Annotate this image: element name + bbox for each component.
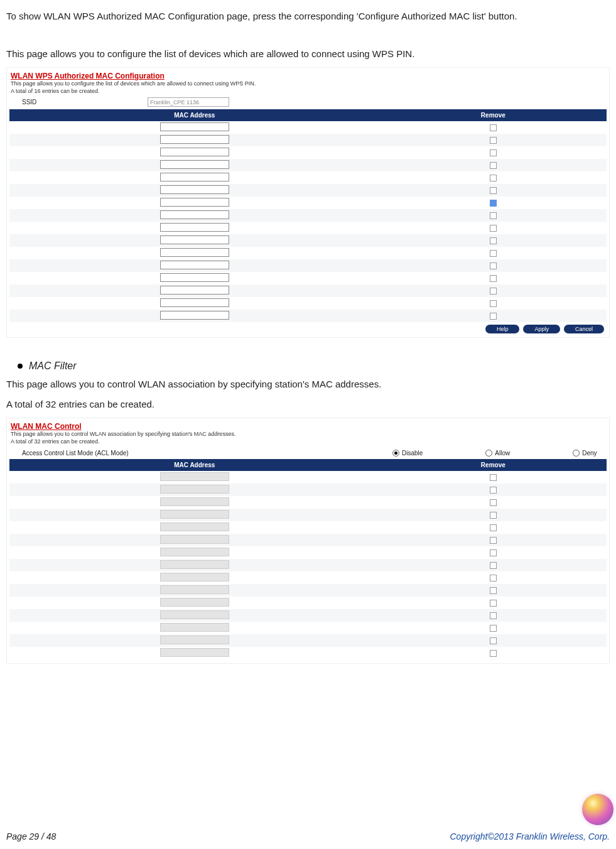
apply-button[interactable]: Apply [523, 325, 560, 333]
mac-filter-heading-text: MAC Filter [29, 360, 77, 372]
remove-checkbox[interactable] [490, 237, 497, 244]
mac-address-input[interactable] [160, 535, 229, 544]
mac-address-input[interactable] [160, 122, 229, 131]
mac-address-input[interactable] [160, 610, 229, 619]
mac-address-input[interactable] [160, 223, 229, 232]
mac-address-input[interactable] [160, 198, 229, 207]
mac-address-input[interactable] [160, 623, 229, 632]
mac-address-input[interactable] [160, 598, 229, 607]
table-row [9, 484, 607, 496]
table-row [9, 134, 607, 146]
remove-checkbox[interactable] [490, 524, 497, 531]
mac-address-input[interactable] [160, 635, 229, 644]
acl-option-disable[interactable]: Disable [392, 450, 423, 457]
remove-checkbox[interactable] [490, 625, 497, 632]
remove-checkbox[interactable] [490, 562, 497, 569]
radio-icon [573, 450, 580, 457]
remove-checkbox[interactable] [490, 612, 497, 619]
th-mac-address: MAC Address [9, 109, 380, 121]
mac-filter-heading: MAC Filter [18, 360, 610, 372]
table-row [9, 584, 607, 597]
table-row [9, 197, 607, 209]
mac-address-input[interactable] [160, 185, 229, 194]
table-row [9, 272, 607, 284]
remove-checkbox[interactable] [490, 262, 497, 269]
mac-address-input[interactable] [160, 497, 229, 506]
table-row [9, 234, 607, 247]
th-remove: Remove [380, 109, 607, 121]
filter-paragraph-1: This page allows you to control WLAN ass… [6, 374, 610, 394]
ssid-input[interactable] [148, 97, 229, 107]
remove-checkbox[interactable] [490, 288, 497, 295]
remove-checkbox[interactable] [490, 600, 497, 607]
mac-address-input[interactable] [160, 522, 229, 531]
help-button[interactable]: Help [485, 325, 520, 333]
mac-address-input[interactable] [160, 210, 229, 219]
mac-address-input[interactable] [160, 160, 229, 169]
remove-checkbox[interactable] [490, 650, 497, 657]
mac-address-input[interactable] [160, 273, 229, 282]
remove-checkbox[interactable] [490, 212, 497, 219]
mac-address-input[interactable] [160, 135, 229, 144]
page-footer: Page 29 / 48 Copyright©2013 Franklin Wir… [6, 831, 610, 841]
remove-checkbox[interactable] [490, 313, 497, 320]
mac-address-input[interactable] [160, 311, 229, 320]
mac-address-input[interactable] [160, 472, 229, 481]
remove-checkbox[interactable] [490, 300, 497, 307]
remove-checkbox[interactable] [490, 149, 497, 156]
mac-address-input[interactable] [160, 548, 229, 556]
mac-address-input[interactable] [160, 648, 229, 657]
mac-address-input[interactable] [160, 573, 229, 581]
remove-checkbox[interactable] [490, 587, 497, 594]
remove-checkbox[interactable] [490, 200, 497, 207]
table-row [9, 184, 607, 197]
remove-checkbox[interactable] [490, 575, 497, 581]
remove-checkbox[interactable] [490, 250, 497, 257]
mac-address-input[interactable] [160, 585, 229, 594]
wps-mac-table: MAC Address Remove [9, 109, 607, 322]
remove-checkbox[interactable] [490, 487, 497, 494]
remove-checkbox[interactable] [490, 537, 497, 544]
acl-option-deny[interactable]: Deny [573, 450, 597, 457]
remove-checkbox[interactable] [490, 225, 497, 232]
table-row [9, 496, 607, 509]
panel1-title: WLAN WPS Authorized MAC Configuration [9, 72, 607, 80]
ssid-row: SSID [22, 97, 607, 107]
remove-checkbox[interactable] [490, 124, 497, 131]
mac-address-input[interactable] [160, 173, 229, 181]
remove-checkbox[interactable] [490, 474, 497, 481]
table-row [9, 509, 607, 521]
mac-address-input[interactable] [160, 485, 229, 494]
mac-address-input[interactable] [160, 148, 229, 156]
remove-checkbox[interactable] [490, 275, 497, 282]
panel2-desc1: This page allows you to control WLAN ass… [9, 431, 607, 438]
table-row [9, 171, 607, 184]
mac-address-input[interactable] [160, 510, 229, 519]
acl-option-deny-label: Deny [582, 450, 597, 457]
table-row [9, 634, 607, 647]
mac-address-input[interactable] [160, 286, 229, 295]
acl-option-allow[interactable]: Allow [485, 450, 510, 457]
table-row [9, 284, 607, 297]
intro-paragraph-2: This page allows you to configure the li… [6, 44, 610, 64]
mac-address-input[interactable] [160, 235, 229, 244]
remove-checkbox[interactable] [490, 175, 497, 181]
globe-logo-icon [582, 794, 613, 825]
acl-option-disable-label: Disable [402, 450, 423, 457]
mac-control-table: MAC Address Remove [9, 459, 607, 659]
remove-checkbox[interactable] [490, 637, 497, 644]
remove-checkbox[interactable] [490, 187, 497, 194]
radio-icon [392, 450, 399, 457]
cancel-button[interactable]: Cancel [564, 325, 604, 333]
remove-checkbox[interactable] [490, 512, 497, 519]
mac-address-input[interactable] [160, 298, 229, 307]
remove-checkbox[interactable] [490, 162, 497, 169]
remove-checkbox[interactable] [490, 499, 497, 506]
mac-address-input[interactable] [160, 560, 229, 569]
filter-paragraph-2: A total of 32 entries can be created. [6, 394, 610, 414]
mac-address-input[interactable] [160, 261, 229, 269]
mac-address-input[interactable] [160, 248, 229, 257]
remove-checkbox[interactable] [490, 549, 497, 556]
panel1-desc2: A total of 16 entries can be created. [9, 88, 607, 95]
remove-checkbox[interactable] [490, 137, 497, 144]
